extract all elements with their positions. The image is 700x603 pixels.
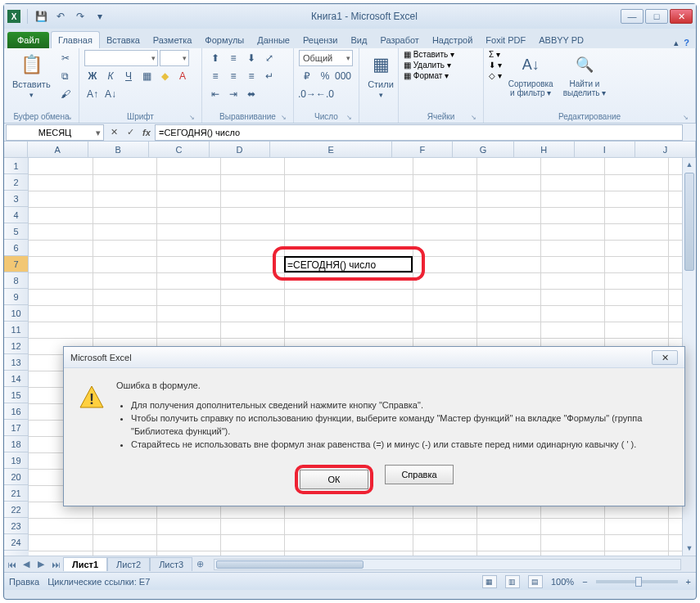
col-header-E[interactable]: E — [270, 142, 392, 157]
row-header-1[interactable]: 1 — [4, 158, 29, 174]
decrease-indent-button[interactable]: ⇤ — [207, 86, 224, 102]
tab-layout[interactable]: Разметка — [147, 32, 199, 48]
insert-cells-button[interactable]: ▦ Вставить ▾ — [404, 50, 454, 59]
tab-abbyy[interactable]: ABBYY PD — [532, 32, 590, 48]
tab-addins[interactable]: Надстрой — [426, 32, 479, 48]
row-header-24[interactable]: 24 — [4, 534, 29, 551]
save-button[interactable]: 💾 — [33, 8, 49, 25]
sheet-tab-1[interactable]: Лист1 — [63, 557, 107, 571]
fill-button[interactable]: ⬇ ▾ — [489, 61, 502, 70]
redo-button[interactable]: ↷ — [72, 8, 88, 25]
increase-font-button[interactable]: A↑ — [84, 86, 101, 102]
file-tab[interactable]: Файл — [7, 32, 49, 48]
font-size-combo[interactable] — [160, 50, 189, 66]
view-normal-button[interactable]: ▦ — [482, 575, 497, 588]
dialog-close-button[interactable]: ✕ — [652, 350, 678, 365]
row-header-11[interactable]: 11 — [4, 322, 29, 338]
col-header-J[interactable]: J — [635, 142, 696, 157]
dialog-ok-button[interactable]: ОК — [300, 470, 368, 489]
zoom-slider[interactable] — [596, 580, 678, 583]
qat-customize[interactable]: ▾ — [92, 8, 108, 25]
sheet-tab-3[interactable]: Лист3 — [150, 557, 192, 571]
row-header-6[interactable]: 6 — [4, 240, 29, 256]
cut-button[interactable]: ✂ — [57, 50, 74, 66]
row-header-17[interactable]: 17 — [4, 420, 29, 436]
row-header-22[interactable]: 22 — [4, 502, 29, 518]
align-bottom-button[interactable]: ⬇ — [243, 50, 260, 66]
dialog-help-button[interactable]: Справка — [385, 465, 454, 484]
row-header-16[interactable]: 16 — [4, 403, 29, 420]
tab-insert[interactable]: Вставка — [100, 32, 147, 48]
tab-review[interactable]: Рецензи — [296, 32, 345, 48]
col-header-D[interactable]: D — [210, 142, 270, 157]
row-header-7[interactable]: 7 — [4, 256, 29, 272]
col-header-A[interactable]: A — [28, 142, 88, 157]
sheet-nav-next[interactable]: ▶ — [34, 559, 48, 569]
col-header-G[interactable]: G — [453, 142, 513, 157]
italic-button[interactable]: К — [102, 68, 119, 84]
format-cells-button[interactable]: ▦ Формат ▾ — [404, 71, 449, 80]
row-header-3[interactable]: 3 — [4, 191, 29, 207]
row-header-8[interactable]: 8 — [4, 272, 29, 289]
col-header-H[interactable]: H — [514, 142, 575, 157]
orientation-button[interactable]: ⤢ — [261, 50, 278, 66]
row-header-19[interactable]: 19 — [4, 452, 29, 469]
styles-button[interactable]: ▦ Стили ▾ — [364, 50, 397, 101]
row-header-15[interactable]: 15 — [4, 387, 29, 403]
font-color-button[interactable]: A — [174, 68, 191, 84]
copy-button[interactable]: ⧉ — [57, 68, 74, 84]
col-header-I[interactable]: I — [575, 142, 635, 157]
format-painter-button[interactable]: 🖌 — [57, 86, 74, 102]
sheet-nav-first[interactable]: ⏮ — [4, 560, 19, 569]
merge-button[interactable]: ⬌ — [243, 86, 260, 102]
ribbon-minimize-icon[interactable]: ▴ — [674, 38, 679, 48]
comma-button[interactable]: 000 — [335, 68, 351, 84]
decrease-decimal-button[interactable]: ←.0 — [317, 86, 333, 102]
clear-button[interactable]: ◇ ▾ — [489, 71, 502, 80]
wrap-text-button[interactable]: ↵ — [261, 68, 278, 84]
border-button[interactable]: ▦ — [138, 68, 155, 84]
delete-cells-button[interactable]: ▦ Удалить ▾ — [404, 61, 451, 70]
bold-button[interactable]: Ж — [84, 68, 101, 84]
font-family-combo[interactable] — [84, 50, 158, 66]
row-header-12[interactable]: 12 — [4, 338, 29, 354]
zoom-in-button[interactable]: + — [686, 577, 691, 587]
row-header-23[interactable]: 23 — [4, 518, 29, 534]
tab-foxit[interactable]: Foxit PDF — [479, 32, 532, 48]
fill-color-button[interactable]: ◆ — [156, 68, 173, 84]
sheet-nav-last[interactable]: ⏭ — [48, 560, 63, 569]
new-sheet-button[interactable]: ⊕ — [192, 559, 207, 569]
tab-view[interactable]: Вид — [345, 32, 374, 48]
align-right-button[interactable]: ≡ — [243, 68, 260, 84]
currency-button[interactable]: ₽ — [299, 68, 315, 84]
vscroll-thumb[interactable] — [684, 173, 694, 271]
help-icon[interactable]: ? — [684, 38, 689, 48]
col-header-F[interactable]: F — [392, 142, 453, 157]
number-format-combo[interactable]: Общий — [299, 50, 353, 66]
decrease-font-button[interactable]: A↓ — [102, 86, 119, 102]
col-header-B[interactable]: B — [88, 142, 149, 157]
name-box[interactable]: МЕСЯЦ — [6, 124, 104, 141]
percent-button[interactable]: % — [317, 68, 333, 84]
autosum-button[interactable]: Σ ▾ — [489, 50, 502, 59]
paste-button[interactable]: 📋 Вставить ▾ — [9, 50, 54, 101]
close-button[interactable]: ✕ — [670, 9, 693, 24]
insert-function-button[interactable]: fx — [138, 124, 155, 141]
formula-cancel-button[interactable]: ✕ — [106, 124, 122, 141]
sort-filter-button[interactable]: A↓ Сортировка и фильтр ▾ — [505, 50, 557, 99]
formula-input[interactable]: =СЕГОДНЯ() число — [155, 124, 683, 141]
undo-button[interactable]: ↶ — [52, 8, 69, 25]
minimize-button[interactable]: — — [621, 9, 644, 24]
sheet-tab-2[interactable]: Лист2 — [107, 557, 150, 571]
formula-enter-button[interactable]: ✓ — [122, 124, 138, 141]
row-header-5[interactable]: 5 — [4, 223, 29, 240]
tab-home[interactable]: Главная — [51, 31, 100, 48]
align-left-button[interactable]: ≡ — [207, 68, 224, 84]
scroll-down-arrow[interactable]: ▼ — [683, 542, 696, 556]
col-header-C[interactable]: C — [149, 142, 210, 157]
tab-formulas[interactable]: Формулы — [198, 32, 251, 48]
row-header-18[interactable]: 18 — [4, 436, 29, 452]
row-header-14[interactable]: 14 — [4, 371, 29, 387]
scroll-up-arrow[interactable]: ▲ — [683, 158, 696, 172]
align-middle-button[interactable]: ≡ — [225, 50, 242, 66]
